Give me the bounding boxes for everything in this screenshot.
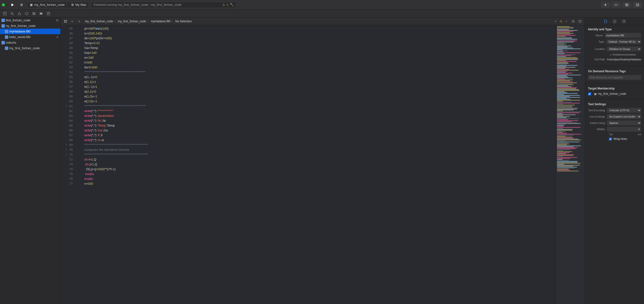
file-row[interactable]: first_fortran_codeM xyxy=(0,18,60,23)
identity-title: Identity and Type xyxy=(588,28,641,31)
maximize-button[interactable] xyxy=(2,4,5,6)
svg-rect-20 xyxy=(572,21,575,21)
warning-count: 1 xyxy=(227,3,228,6)
code-review-button[interactable] xyxy=(612,2,621,8)
mac-icon: 🖥 xyxy=(71,3,74,6)
tags-field[interactable] xyxy=(588,75,641,80)
target-checkbox[interactable] xyxy=(588,92,591,96)
run-button[interactable] xyxy=(9,2,16,8)
encoding-select[interactable]: Unicode (UTF-8) xyxy=(607,108,641,113)
scheme-name: my_first_fortran_code xyxy=(34,3,65,6)
widths-field[interactable] xyxy=(607,127,641,132)
target-name: my_first_fortran_code xyxy=(598,92,626,96)
file-icon xyxy=(2,19,5,22)
project-navigator-icon[interactable] xyxy=(2,11,8,16)
forward-button[interactable] xyxy=(76,18,82,24)
svg-rect-10 xyxy=(32,12,36,13)
svg-rect-1 xyxy=(626,4,626,6)
target-title: Target Membership xyxy=(588,87,641,90)
file-icon xyxy=(5,36,8,39)
issue-next-icon[interactable] xyxy=(564,18,569,24)
svg-rect-5 xyxy=(4,12,6,15)
file-name: roducts xyxy=(6,41,58,44)
activity-view[interactable]: Finished running my_first_fortran_code :… xyxy=(91,2,236,8)
issue-prev-icon[interactable] xyxy=(553,18,559,24)
svg-rect-15 xyxy=(64,20,65,21)
file-row[interactable]: hello_world.f90A xyxy=(0,34,60,40)
tab-label: Tab xyxy=(609,133,613,136)
help-inspector-tab[interactable] xyxy=(621,19,626,24)
editor-area: my_first_fortran_code〉my_first_fortran_c… xyxy=(60,18,585,304)
name-label: Name xyxy=(588,34,605,37)
file-name: my_first_fortran_code xyxy=(9,46,58,50)
breakpoint-navigator-icon[interactable] xyxy=(38,11,44,16)
svg-rect-18 xyxy=(66,21,67,22)
line-gutter[interactable]: 454647484950515253!54555657585960!616263… xyxy=(60,25,75,304)
file-name: myHaldane.f90 xyxy=(9,30,58,33)
warning-icon: ⚠ xyxy=(222,3,225,6)
test-navigator-icon[interactable] xyxy=(23,11,30,16)
terminal-icon: ▣ xyxy=(594,92,596,96)
tags-title: On Demand Resource Tags xyxy=(588,70,641,73)
inspector-panel: Identity and Type Name Type Default - Fo… xyxy=(585,18,644,304)
lines-icon[interactable] xyxy=(570,18,576,24)
search-navigator-icon[interactable] xyxy=(9,11,16,16)
wrap-checkbox[interactable] xyxy=(609,138,612,140)
encoding-label: Text Encoding xyxy=(588,109,607,112)
terminal-icon: ▣ xyxy=(30,3,33,6)
report-navigator-icon[interactable] xyxy=(45,11,52,16)
editor-jump-bar: my_first_fortran_code〉my_first_fortran_c… xyxy=(60,18,585,25)
add-button[interactable] xyxy=(601,2,610,8)
file-icon xyxy=(5,46,8,50)
file-row[interactable]: ny_first_fortran_code xyxy=(0,23,60,28)
file-status: M xyxy=(56,19,58,22)
ind-label: Ind xyxy=(638,133,641,136)
panels-button[interactable] xyxy=(633,2,642,8)
main-toolbar: ▣ my_first_fortran_code 〉 🖥 My Mac Finis… xyxy=(0,0,644,10)
back-button[interactable] xyxy=(69,18,75,24)
location-path: ../../Haldane/myHaldan xyxy=(588,53,641,56)
stop-button[interactable] xyxy=(18,2,25,8)
issue-navigator-icon[interactable] xyxy=(16,11,23,16)
file-name: first_fortran_code xyxy=(6,18,55,22)
warning-icon: ⚠ xyxy=(560,20,562,23)
breadcrumb-item[interactable]: No Selection xyxy=(175,20,192,23)
minimap[interactable] xyxy=(556,25,585,304)
svg-rect-16 xyxy=(66,20,67,21)
lineend-select[interactable]: No Explicit Line Endin xyxy=(607,114,641,119)
related-items-icon[interactable] xyxy=(62,18,68,24)
hammer-icon: 🔨 xyxy=(230,3,234,6)
location-label: Location xyxy=(588,48,607,50)
activity-text: Finished running my_first_fortran_code :… xyxy=(94,3,181,6)
svg-rect-21 xyxy=(572,22,575,22)
svg-rect-11 xyxy=(32,14,36,15)
history-inspector-tab[interactable] xyxy=(612,19,617,24)
svg-rect-17 xyxy=(64,21,65,22)
project-navigator[interactable]: first_fortran_codeMny_first_fortran_code… xyxy=(0,18,60,304)
scheme-selector[interactable]: ▣ my_first_fortran_code 〉 🖥 My Mac xyxy=(27,2,89,8)
file-row[interactable]: my_first_fortran_code xyxy=(0,45,60,51)
file-icon xyxy=(2,41,5,44)
breadcrumb[interactable]: my_first_fortran_code〉my_first_fortran_c… xyxy=(85,19,192,23)
library-button[interactable] xyxy=(622,2,632,8)
debug-navigator-icon[interactable] xyxy=(30,11,37,16)
fullpath-label: Full Path xyxy=(588,58,607,61)
breadcrumb-item[interactable]: my_first_fortran_code xyxy=(85,20,113,23)
name-field[interactable] xyxy=(605,33,641,38)
file-inspector-tab[interactable] xyxy=(603,19,608,24)
file-status: A xyxy=(56,36,58,39)
file-row[interactable]: myHaldane.f90 xyxy=(0,28,60,34)
breadcrumb-item[interactable]: my_first_fortran_code xyxy=(118,20,146,23)
svg-point-7 xyxy=(11,12,13,14)
file-row[interactable]: roducts xyxy=(0,40,60,45)
code-editor[interactable]: pi=4d0*atan(1d0) ic=(0d0,1d0) dk=2d0*pi/… xyxy=(75,25,556,304)
breadcrumb-item[interactable]: myHaldane.f90 xyxy=(151,20,170,23)
split-editor-icon[interactable] xyxy=(577,18,583,24)
svg-rect-3 xyxy=(636,4,639,6)
wrap-label: Wrap lines xyxy=(614,137,627,140)
indent-label: Indent Using xyxy=(588,122,607,124)
indent-select[interactable]: Spaces xyxy=(607,120,641,125)
type-select[interactable]: Default - Fortran 90 Sc xyxy=(606,39,641,44)
location-select[interactable]: Relative to Group xyxy=(607,46,641,52)
type-label: Type xyxy=(588,40,606,43)
